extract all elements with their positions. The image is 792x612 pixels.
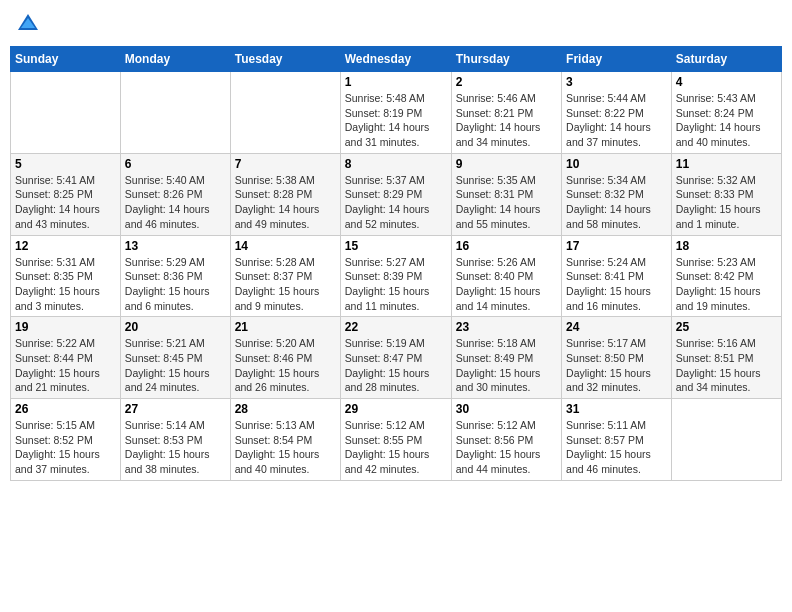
day-info: Sunrise: 5:43 AM Sunset: 8:24 PM Dayligh… [676, 91, 777, 150]
day-info: Sunrise: 5:18 AM Sunset: 8:49 PM Dayligh… [456, 336, 557, 395]
day-info: Sunrise: 5:38 AM Sunset: 8:28 PM Dayligh… [235, 173, 336, 232]
day-info: Sunrise: 5:15 AM Sunset: 8:52 PM Dayligh… [15, 418, 116, 477]
day-number: 30 [456, 402, 557, 416]
calendar-cell: 16Sunrise: 5:26 AM Sunset: 8:40 PM Dayli… [451, 235, 561, 317]
day-number: 9 [456, 157, 557, 171]
day-info: Sunrise: 5:16 AM Sunset: 8:51 PM Dayligh… [676, 336, 777, 395]
day-number: 25 [676, 320, 777, 334]
day-number: 22 [345, 320, 447, 334]
day-number: 8 [345, 157, 447, 171]
day-info: Sunrise: 5:17 AM Sunset: 8:50 PM Dayligh… [566, 336, 667, 395]
calendar-cell: 11Sunrise: 5:32 AM Sunset: 8:33 PM Dayli… [671, 153, 781, 235]
calendar-cell: 12Sunrise: 5:31 AM Sunset: 8:35 PM Dayli… [11, 235, 121, 317]
day-info: Sunrise: 5:20 AM Sunset: 8:46 PM Dayligh… [235, 336, 336, 395]
calendar-cell: 17Sunrise: 5:24 AM Sunset: 8:41 PM Dayli… [562, 235, 672, 317]
day-number: 16 [456, 239, 557, 253]
calendar-cell: 19Sunrise: 5:22 AM Sunset: 8:44 PM Dayli… [11, 317, 121, 399]
day-info: Sunrise: 5:48 AM Sunset: 8:19 PM Dayligh… [345, 91, 447, 150]
day-info: Sunrise: 5:40 AM Sunset: 8:26 PM Dayligh… [125, 173, 226, 232]
calendar-cell: 8Sunrise: 5:37 AM Sunset: 8:29 PM Daylig… [340, 153, 451, 235]
calendar-week-3: 12Sunrise: 5:31 AM Sunset: 8:35 PM Dayli… [11, 235, 782, 317]
calendar-cell: 28Sunrise: 5:13 AM Sunset: 8:54 PM Dayli… [230, 399, 340, 481]
day-number: 28 [235, 402, 336, 416]
day-number: 29 [345, 402, 447, 416]
calendar-cell: 29Sunrise: 5:12 AM Sunset: 8:55 PM Dayli… [340, 399, 451, 481]
day-number: 14 [235, 239, 336, 253]
day-number: 15 [345, 239, 447, 253]
day-number: 1 [345, 75, 447, 89]
day-info: Sunrise: 5:26 AM Sunset: 8:40 PM Dayligh… [456, 255, 557, 314]
day-number: 27 [125, 402, 226, 416]
calendar-body: 1Sunrise: 5:48 AM Sunset: 8:19 PM Daylig… [11, 72, 782, 481]
day-number: 12 [15, 239, 116, 253]
calendar-cell: 24Sunrise: 5:17 AM Sunset: 8:50 PM Dayli… [562, 317, 672, 399]
day-info: Sunrise: 5:14 AM Sunset: 8:53 PM Dayligh… [125, 418, 226, 477]
calendar-week-5: 26Sunrise: 5:15 AM Sunset: 8:52 PM Dayli… [11, 399, 782, 481]
day-info: Sunrise: 5:29 AM Sunset: 8:36 PM Dayligh… [125, 255, 226, 314]
calendar-cell: 26Sunrise: 5:15 AM Sunset: 8:52 PM Dayli… [11, 399, 121, 481]
day-number: 18 [676, 239, 777, 253]
calendar-cell [230, 72, 340, 154]
day-number: 5 [15, 157, 116, 171]
weekday-tuesday: Tuesday [230, 47, 340, 72]
day-number: 19 [15, 320, 116, 334]
calendar-cell: 9Sunrise: 5:35 AM Sunset: 8:31 PM Daylig… [451, 153, 561, 235]
day-info: Sunrise: 5:11 AM Sunset: 8:57 PM Dayligh… [566, 418, 667, 477]
day-info: Sunrise: 5:24 AM Sunset: 8:41 PM Dayligh… [566, 255, 667, 314]
day-number: 13 [125, 239, 226, 253]
page-header [10, 10, 782, 38]
day-info: Sunrise: 5:41 AM Sunset: 8:25 PM Dayligh… [15, 173, 116, 232]
calendar-cell: 18Sunrise: 5:23 AM Sunset: 8:42 PM Dayli… [671, 235, 781, 317]
day-info: Sunrise: 5:28 AM Sunset: 8:37 PM Dayligh… [235, 255, 336, 314]
day-number: 26 [15, 402, 116, 416]
day-number: 20 [125, 320, 226, 334]
day-number: 31 [566, 402, 667, 416]
day-info: Sunrise: 5:35 AM Sunset: 8:31 PM Dayligh… [456, 173, 557, 232]
calendar-cell: 5Sunrise: 5:41 AM Sunset: 8:25 PM Daylig… [11, 153, 121, 235]
day-info: Sunrise: 5:12 AM Sunset: 8:56 PM Dayligh… [456, 418, 557, 477]
calendar-week-4: 19Sunrise: 5:22 AM Sunset: 8:44 PM Dayli… [11, 317, 782, 399]
day-number: 6 [125, 157, 226, 171]
calendar-cell: 20Sunrise: 5:21 AM Sunset: 8:45 PM Dayli… [120, 317, 230, 399]
calendar-cell: 3Sunrise: 5:44 AM Sunset: 8:22 PM Daylig… [562, 72, 672, 154]
calendar-cell: 31Sunrise: 5:11 AM Sunset: 8:57 PM Dayli… [562, 399, 672, 481]
calendar-cell [11, 72, 121, 154]
calendar-cell: 30Sunrise: 5:12 AM Sunset: 8:56 PM Dayli… [451, 399, 561, 481]
calendar-cell: 6Sunrise: 5:40 AM Sunset: 8:26 PM Daylig… [120, 153, 230, 235]
day-info: Sunrise: 5:23 AM Sunset: 8:42 PM Dayligh… [676, 255, 777, 314]
day-info: Sunrise: 5:22 AM Sunset: 8:44 PM Dayligh… [15, 336, 116, 395]
day-info: Sunrise: 5:32 AM Sunset: 8:33 PM Dayligh… [676, 173, 777, 232]
day-info: Sunrise: 5:27 AM Sunset: 8:39 PM Dayligh… [345, 255, 447, 314]
logo [14, 10, 46, 38]
weekday-header-row: SundayMondayTuesdayWednesdayThursdayFrid… [11, 47, 782, 72]
calendar-cell: 1Sunrise: 5:48 AM Sunset: 8:19 PM Daylig… [340, 72, 451, 154]
day-info: Sunrise: 5:44 AM Sunset: 8:22 PM Dayligh… [566, 91, 667, 150]
calendar-cell: 25Sunrise: 5:16 AM Sunset: 8:51 PM Dayli… [671, 317, 781, 399]
day-number: 17 [566, 239, 667, 253]
weekday-saturday: Saturday [671, 47, 781, 72]
day-number: 21 [235, 320, 336, 334]
calendar-cell: 27Sunrise: 5:14 AM Sunset: 8:53 PM Dayli… [120, 399, 230, 481]
day-info: Sunrise: 5:37 AM Sunset: 8:29 PM Dayligh… [345, 173, 447, 232]
day-number: 24 [566, 320, 667, 334]
calendar-cell: 21Sunrise: 5:20 AM Sunset: 8:46 PM Dayli… [230, 317, 340, 399]
calendar-cell [671, 399, 781, 481]
weekday-monday: Monday [120, 47, 230, 72]
day-number: 2 [456, 75, 557, 89]
logo-icon [14, 10, 42, 38]
calendar-cell: 7Sunrise: 5:38 AM Sunset: 8:28 PM Daylig… [230, 153, 340, 235]
day-info: Sunrise: 5:34 AM Sunset: 8:32 PM Dayligh… [566, 173, 667, 232]
day-number: 7 [235, 157, 336, 171]
calendar-cell: 14Sunrise: 5:28 AM Sunset: 8:37 PM Dayli… [230, 235, 340, 317]
day-info: Sunrise: 5:46 AM Sunset: 8:21 PM Dayligh… [456, 91, 557, 150]
day-info: Sunrise: 5:13 AM Sunset: 8:54 PM Dayligh… [235, 418, 336, 477]
day-info: Sunrise: 5:19 AM Sunset: 8:47 PM Dayligh… [345, 336, 447, 395]
day-number: 10 [566, 157, 667, 171]
calendar-cell: 15Sunrise: 5:27 AM Sunset: 8:39 PM Dayli… [340, 235, 451, 317]
day-info: Sunrise: 5:12 AM Sunset: 8:55 PM Dayligh… [345, 418, 447, 477]
weekday-friday: Friday [562, 47, 672, 72]
day-info: Sunrise: 5:21 AM Sunset: 8:45 PM Dayligh… [125, 336, 226, 395]
calendar-table: SundayMondayTuesdayWednesdayThursdayFrid… [10, 46, 782, 481]
day-info: Sunrise: 5:31 AM Sunset: 8:35 PM Dayligh… [15, 255, 116, 314]
day-number: 4 [676, 75, 777, 89]
